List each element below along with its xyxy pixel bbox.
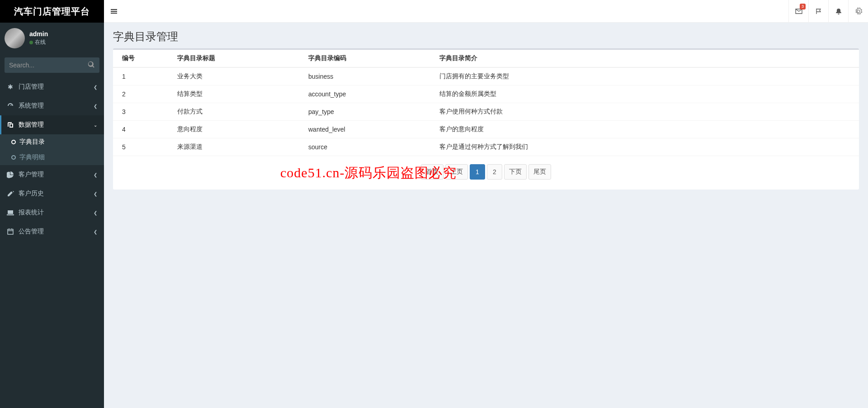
cell-title: 付款方式 (172, 103, 303, 121)
user-status: 在线 (29, 38, 48, 46)
cell-desc: 客户是通过何种方式了解到我们 (434, 138, 859, 156)
cell-title: 来源渠道 (172, 138, 303, 156)
topbar-mail-button[interactable]: 3 (788, 0, 808, 22)
cell-id: 3 (113, 103, 172, 121)
page-last[interactable]: 尾页 (528, 164, 551, 180)
sidebar-item-data[interactable]: 数据管理⌄ (0, 115, 104, 134)
content-header: 字典目录管理 (104, 23, 868, 48)
table-row[interactable]: 4意向程度wanted_level客户的意向程度 (113, 121, 859, 138)
table-row[interactable]: 1业务大类business门店拥有的主要业务类型 (113, 67, 859, 85)
page-title: 字典目录管理 (113, 29, 859, 44)
sidebar: 汽车门店管理平台 admin 在线 ✱门店管理❮ 系统管理❮ 数据管理⌄ 字典目… (0, 0, 104, 408)
avatar (5, 28, 25, 48)
mail-badge: 3 (800, 4, 806, 9)
circle-icon (11, 140, 16, 144)
chevron-left-icon: ❮ (94, 229, 97, 234)
sidebar-nav: ✱门店管理❮ 系统管理❮ 数据管理⌄ 字典目录 字典明细 客户管理❮ 客户历史❮… (0, 77, 104, 241)
table-row[interactable]: 2结算类型account_type结算的金额所属类型 (113, 85, 859, 103)
cell-id: 1 (113, 67, 172, 85)
chevron-left-icon: ❮ (94, 210, 97, 215)
chevron-down-icon: ⌄ (94, 123, 97, 128)
cell-id: 4 (113, 121, 172, 138)
topbar-settings-button[interactable] (848, 0, 868, 22)
page-next[interactable]: 下页 (504, 164, 527, 180)
page-first[interactable]: 首页 (421, 164, 443, 180)
cell-code: business (303, 67, 434, 85)
content-box: 编号 字典目录标题 字典目录编码 字典目录简介 1业务大类business门店拥… (113, 48, 859, 190)
cell-code: account_type (303, 85, 434, 103)
circle-icon (11, 155, 16, 160)
online-dot-icon (29, 41, 33, 44)
cell-desc: 结算的金额所属类型 (434, 85, 859, 103)
user-panel[interactable]: admin 在线 (0, 23, 104, 54)
search-icon[interactable] (88, 61, 95, 70)
laptop-icon (7, 209, 14, 216)
cell-desc: 客户的意向程度 (434, 121, 859, 138)
pagination: 首页 上页 1 2 下页 尾页 (113, 156, 859, 190)
cell-desc: 门店拥有的主要业务类型 (434, 67, 859, 85)
page-prev[interactable]: 上页 (445, 164, 468, 180)
sidebar-subitem-dict-dir[interactable]: 字典目录 (0, 134, 104, 150)
cell-code: source (303, 138, 434, 156)
topbar-flag-button[interactable] (808, 0, 828, 22)
col-header-title: 字典目录标题 (172, 50, 303, 67)
sidebar-search (5, 57, 99, 73)
cell-code: pay_type (303, 103, 434, 121)
sidebar-item-history[interactable]: 客户历史❮ (0, 184, 104, 203)
brand-logo[interactable]: 汽车门店管理平台 (0, 0, 104, 23)
page-1[interactable]: 1 (470, 164, 485, 180)
chevron-left-icon: ❮ (94, 191, 97, 196)
sidebar-subitem-dict-detail[interactable]: 字典明细 (0, 150, 104, 165)
col-header-desc: 字典目录简介 (434, 50, 859, 67)
topbar-bell-button[interactable] (828, 0, 848, 22)
col-header-code: 字典目录编码 (303, 50, 434, 67)
sidebar-item-notice[interactable]: 公告管理❮ (0, 222, 104, 241)
edit-icon (7, 190, 14, 197)
chevron-left-icon: ❮ (94, 85, 97, 90)
cell-id: 5 (113, 138, 172, 156)
search-input[interactable] (5, 57, 99, 73)
pie-chart-icon (7, 171, 14, 178)
page-2[interactable]: 2 (487, 164, 502, 180)
calendar-icon (7, 228, 14, 235)
joomla-icon: ✱ (7, 83, 14, 90)
cell-title: 结算类型 (172, 85, 303, 103)
chevron-left-icon: ❮ (94, 172, 97, 177)
main-area: 3 字典目录管理 编号 字典目录标题 字典目录编码 字典目录简介 1业 (104, 0, 868, 408)
sidebar-item-system[interactable]: 系统管理❮ (0, 96, 104, 115)
copy-icon (7, 121, 14, 128)
table-row[interactable]: 5来源渠道source客户是通过何种方式了解到我们 (113, 138, 859, 156)
dict-table: 编号 字典目录标题 字典目录编码 字典目录简介 1业务大类business门店拥… (113, 50, 859, 156)
cell-desc: 客户使用何种方式付款 (434, 103, 859, 121)
col-header-id: 编号 (113, 50, 172, 67)
table-row[interactable]: 3付款方式pay_type客户使用何种方式付款 (113, 103, 859, 121)
sidebar-item-report[interactable]: 报表统计❮ (0, 203, 104, 222)
chevron-left-icon: ❮ (94, 104, 97, 109)
dashboard-icon (7, 102, 14, 109)
cell-title: 业务大类 (172, 67, 303, 85)
cell-code: wanted_level (303, 121, 434, 138)
cell-id: 2 (113, 85, 172, 103)
sidebar-item-customer[interactable]: 客户管理❮ (0, 165, 104, 184)
topbar: 3 (104, 0, 868, 23)
cell-title: 意向程度 (172, 121, 303, 138)
sidebar-toggle-button[interactable] (104, 0, 124, 23)
user-name: admin (29, 30, 48, 38)
sidebar-item-store[interactable]: ✱门店管理❮ (0, 77, 104, 96)
